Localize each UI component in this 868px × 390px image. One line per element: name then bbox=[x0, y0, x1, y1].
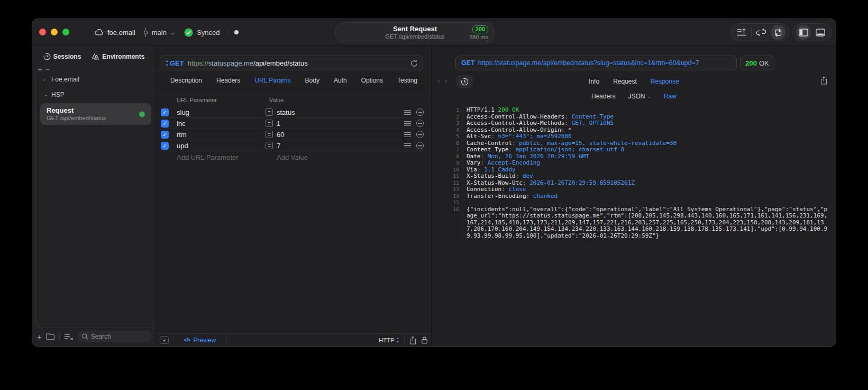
request-tab-auth[interactable]: Auth bbox=[334, 77, 347, 84]
drag-handle-icon[interactable] bbox=[404, 121, 411, 126]
drag-handle-icon[interactable] bbox=[404, 143, 411, 148]
collapse-panel-button[interactable]: ▲ bbox=[160, 336, 169, 344]
request-tab-testing[interactable]: Testing bbox=[397, 77, 417, 84]
param-name-field[interactable]: rtm bbox=[177, 131, 187, 139]
add-value-button[interactable]: Add Value bbox=[277, 153, 308, 161]
sort-export-button[interactable] bbox=[734, 25, 749, 40]
tab-sessions[interactable]: Sessions bbox=[43, 53, 81, 60]
remove-param-icon[interactable] bbox=[416, 131, 424, 138]
add-url-parameter-button[interactable]: Add URL Parameter bbox=[177, 153, 239, 161]
resend-request-icon[interactable] bbox=[410, 59, 418, 67]
tree-item-label: Foe.email bbox=[51, 76, 79, 83]
sidebar-search[interactable] bbox=[78, 331, 152, 342]
response-subtab-headers[interactable]: Headers bbox=[591, 93, 615, 100]
popup-arrows-icon bbox=[396, 338, 399, 343]
param-name-field[interactable]: inc bbox=[177, 120, 186, 128]
project-name[interactable]: foe.email bbox=[107, 29, 135, 37]
session-tree-panel: › Foe.email ⌄ HSP Request GET /api/embed… bbox=[35, 70, 156, 328]
param-checkbox[interactable]: ✓ bbox=[161, 131, 169, 139]
chevron-right-icon[interactable]: › bbox=[43, 76, 48, 83]
remove-param-icon[interactable] bbox=[416, 120, 424, 127]
param-value-field[interactable]: 7 bbox=[277, 142, 280, 150]
param-checkbox[interactable]: ✓ bbox=[161, 142, 169, 150]
preview-button[interactable]: </> Preview bbox=[178, 337, 222, 344]
drag-handle-icon[interactable] bbox=[404, 132, 411, 137]
request-url-field[interactable]: GET https://statuspage.me/api/embed/stat… bbox=[160, 56, 423, 70]
request-tab-description[interactable]: Description bbox=[170, 77, 202, 84]
bottom-bar-divider2 bbox=[226, 334, 227, 346]
activity-subtitle: GET /api/embed/status bbox=[385, 33, 444, 41]
tab-environments[interactable]: Environments bbox=[92, 53, 144, 60]
param-name-field[interactable]: upd bbox=[177, 142, 188, 150]
protocol-selector[interactable]: HTTP bbox=[379, 337, 399, 343]
response-tab-info[interactable]: Info bbox=[589, 78, 599, 85]
request-duration: 280 ms bbox=[469, 34, 488, 40]
share-icon[interactable] bbox=[409, 336, 416, 344]
response-tab-request[interactable]: Request bbox=[613, 78, 637, 85]
remove-param-icon[interactable] bbox=[416, 142, 424, 149]
param-row-upd: ✓upd=7 bbox=[164, 140, 427, 151]
line-number: 2 bbox=[447, 114, 459, 121]
activity-pill[interactable]: Sent Request GET /api/embed/status 200 2… bbox=[335, 22, 495, 43]
lock-icon[interactable] bbox=[421, 336, 428, 344]
toggle-sidebar-button[interactable] bbox=[796, 25, 811, 40]
param-value-field[interactable]: status bbox=[277, 108, 295, 116]
request-editor-panel: GET https://statuspage.me/api/embed/stat… bbox=[157, 46, 432, 346]
response-raw-view[interactable]: 1HTTP/1.1 200 OK2Access-Control-Allow-He… bbox=[432, 107, 836, 346]
method-selector[interactable]: GET bbox=[165, 59, 184, 67]
param-checkbox[interactable]: ✓ bbox=[161, 108, 169, 116]
sync-branch-icon[interactable] bbox=[754, 25, 769, 40]
sent-request-url[interactable]: GET https://statuspage.me/api/embed/stat… bbox=[455, 56, 737, 70]
history-button[interactable] bbox=[456, 75, 473, 88]
toolbar-group-panels bbox=[792, 23, 832, 41]
response-subtab-raw[interactable]: Raw bbox=[664, 93, 677, 100]
equals-icon: = bbox=[266, 120, 273, 127]
popup-arrows-icon bbox=[165, 60, 169, 66]
zoom-window-button[interactable] bbox=[62, 29, 69, 35]
history-back-button[interactable]: ‹ bbox=[437, 76, 444, 85]
minimize-window-button[interactable] bbox=[51, 29, 58, 35]
toolbar-divider bbox=[751, 28, 752, 37]
request-tab-body[interactable]: Body bbox=[305, 77, 319, 84]
request-tab-url-params[interactable]: URL Params bbox=[254, 77, 290, 84]
tab-environments-label: Environments bbox=[102, 53, 144, 60]
request-item-title: Request bbox=[47, 106, 146, 114]
history-forward-button[interactable]: › bbox=[444, 76, 451, 85]
new-request-button[interactable]: + bbox=[37, 332, 42, 341]
tree-item-hsp[interactable]: ⌄ HSP bbox=[36, 88, 156, 101]
export-response-icon[interactable] bbox=[820, 76, 827, 85]
tree-item-foe-email[interactable]: › Foe.email bbox=[36, 72, 156, 86]
tabs-divider bbox=[157, 94, 431, 94]
response-tab-response[interactable]: Response bbox=[651, 78, 679, 85]
param-checkbox[interactable]: ✓ bbox=[161, 120, 169, 128]
url-scheme: https:// bbox=[188, 59, 208, 67]
import-export-button[interactable] bbox=[771, 25, 785, 40]
branch-name[interactable]: main bbox=[152, 29, 167, 37]
request-list-item-selected[interactable]: Request GET /api/embed/status bbox=[40, 103, 151, 125]
response-subtabs: HeadersJSON⌄Raw bbox=[432, 93, 836, 100]
drag-handle-icon[interactable] bbox=[404, 110, 411, 115]
url-path: /api/embed/status bbox=[253, 59, 308, 67]
response-line: 16{"incidents":null,"overall":{"code":"o… bbox=[447, 206, 836, 240]
param-add-row: Add URL ParameterAdd Value bbox=[164, 151, 427, 163]
request-tab-headers[interactable]: Headers bbox=[216, 77, 240, 84]
search-input[interactable] bbox=[91, 333, 148, 340]
param-value-field[interactable]: 1 bbox=[277, 120, 280, 128]
request-tab-options[interactable]: Options bbox=[361, 77, 383, 84]
line-number: 14 bbox=[447, 193, 459, 200]
branch-chevron-icon[interactable]: ⌄ bbox=[170, 29, 175, 36]
remove-param-icon[interactable] bbox=[416, 108, 424, 116]
col-value: Value bbox=[269, 97, 284, 103]
activity-title: Sent Request bbox=[385, 25, 444, 33]
request-item-subtitle: GET /api/embed/status bbox=[47, 115, 146, 121]
param-name-field[interactable]: slug bbox=[177, 108, 189, 116]
param-value-field[interactable]: 60 bbox=[277, 131, 284, 139]
filter-list-icon[interactable] bbox=[64, 333, 74, 340]
toggle-bottom-panel-button[interactable] bbox=[813, 25, 828, 40]
equals-icon: = bbox=[266, 108, 273, 116]
chevron-down-icon[interactable]: ⌄ bbox=[43, 91, 48, 98]
new-folder-icon[interactable] bbox=[46, 333, 55, 340]
line-number: 16 bbox=[447, 206, 459, 213]
close-window-button[interactable] bbox=[39, 29, 46, 35]
response-subtab-json[interactable]: JSON⌄ bbox=[628, 93, 651, 100]
